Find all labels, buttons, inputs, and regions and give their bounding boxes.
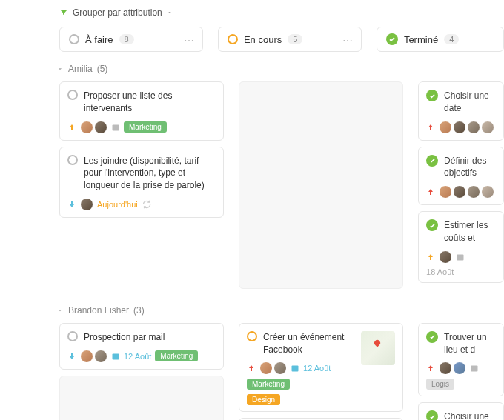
- avatar: [467, 185, 480, 199]
- avatar: [439, 250, 452, 264]
- task-date: 12 Août: [124, 352, 151, 361]
- task-status-icon[interactable]: [247, 331, 257, 341]
- avatar: [439, 121, 452, 134]
- tag-marketing: Marketing: [155, 350, 198, 361]
- task-card[interactable]: Choisir une date: [418, 402, 504, 420]
- column-count: 5: [288, 34, 302, 44]
- avatar: [80, 198, 93, 211]
- swimlane-header-brandon[interactable]: Brandon Fisher (3): [56, 305, 504, 316]
- avatar: [94, 350, 107, 363]
- avatar: [80, 121, 93, 134]
- group-by-dropdown[interactable]: Grouper par attribution: [59, 7, 504, 18]
- avatar: [439, 185, 452, 199]
- map-thumbnail: [361, 331, 395, 365]
- status-circle-icon: [228, 34, 238, 44]
- swimlane-name: Amilia: [68, 64, 93, 74]
- calendar-icon: [291, 364, 299, 373]
- chevron-down-icon: [56, 307, 64, 314]
- swimlane-header-amilia[interactable]: Amilia (5): [56, 64, 504, 74]
- task-card[interactable]: Les joindre (disponibilité, tarif pour l…: [59, 147, 224, 218]
- priority-up-icon: [426, 253, 435, 261]
- column-title: Terminé: [404, 34, 438, 45]
- empty-lane-cell[interactable]: [239, 81, 403, 289]
- status-check-icon: [386, 33, 398, 45]
- task-date: 12 Août: [303, 364, 331, 373]
- task-done-icon[interactable]: [426, 90, 438, 101]
- column-header-todo[interactable]: À faire 8 ⋯: [59, 27, 203, 52]
- avatar: [439, 361, 452, 375]
- priority-down-icon: [67, 352, 76, 361]
- empty-lane-cell[interactable]: [59, 376, 224, 420]
- swimlane-count: (3): [133, 305, 145, 316]
- swimlane-name: Brandon Fisher: [68, 305, 129, 316]
- task-card[interactable]: Proposer une liste des intervenants Mark…: [59, 81, 224, 141]
- priority-up-icon: [247, 364, 256, 373]
- calendar-icon: [470, 364, 479, 373]
- column-header-inprogress[interactable]: En cours 5 ⋯: [218, 27, 362, 52]
- task-title: Proposer une liste des intervenants: [84, 90, 216, 115]
- task-done-icon[interactable]: [426, 219, 438, 231]
- column-title: En cours: [244, 34, 282, 45]
- svg-rect-2: [113, 353, 119, 359]
- task-title: Choisir une date: [444, 410, 496, 420]
- task-card[interactable]: Trouver un lieu et d Logis: [418, 323, 504, 397]
- avatar: [481, 185, 494, 199]
- column-header-done[interactable]: Terminé 4: [377, 27, 504, 52]
- task-status-icon[interactable]: [67, 155, 78, 165]
- chevron-down-icon: [56, 65, 64, 73]
- tag-logistics: Logis: [426, 379, 454, 390]
- task-title: Estimer les coûts et: [444, 219, 496, 244]
- task-title: Créer un événement Facebook: [263, 331, 355, 356]
- task-done-icon[interactable]: [426, 331, 438, 343]
- task-title: Prospection par mail: [84, 331, 216, 344]
- avatar: [481, 121, 494, 134]
- avatar: [453, 185, 466, 199]
- task-title: Définir des objectifs: [444, 155, 496, 180]
- task-title: Les joindre (disponibilité, tarif pour l…: [84, 155, 216, 192]
- chevron-down-icon: [167, 10, 173, 16]
- status-circle-icon: [69, 34, 79, 44]
- group-by-label: Grouper par attribution: [73, 7, 162, 18]
- task-date: 18 Août: [426, 267, 454, 276]
- priority-up-icon: [426, 123, 435, 132]
- task-status-icon[interactable]: [67, 331, 78, 341]
- priority-down-icon: [67, 200, 76, 209]
- column-menu-button[interactable]: ⋯: [342, 35, 354, 47]
- task-done-icon[interactable]: [426, 155, 438, 167]
- column-menu-button[interactable]: ⋯: [184, 35, 195, 47]
- avatar: [273, 361, 287, 375]
- priority-up-icon: [426, 187, 435, 196]
- column-count: 8: [119, 34, 134, 44]
- column-title: À faire: [85, 34, 113, 45]
- avatar: [259, 361, 273, 375]
- avatar: [453, 121, 466, 134]
- filter-icon: [59, 8, 68, 17]
- task-status-icon[interactable]: [67, 90, 78, 100]
- task-card[interactable]: Estimer les coûts et 18 Août: [418, 211, 504, 283]
- svg-rect-5: [471, 366, 478, 372]
- svg-rect-1: [457, 254, 464, 260]
- priority-up-icon: [426, 364, 435, 373]
- task-card[interactable]: Créer un événement Facebook 12 Août Mark…: [239, 323, 403, 413]
- tag-marketing: Marketing: [247, 379, 290, 390]
- svg-rect-0: [113, 124, 119, 130]
- column-count: 4: [444, 34, 459, 44]
- calendar-icon: [111, 352, 120, 361]
- task-done-icon[interactable]: [426, 410, 438, 420]
- task-title: Trouver un lieu et d: [444, 331, 496, 356]
- task-card[interactable]: Prospection par mail 12 Août Marketing: [59, 323, 224, 370]
- swimlane-count: (5): [97, 64, 108, 74]
- avatar: [80, 350, 93, 363]
- task-title: Choisir une date: [444, 90, 496, 115]
- calendar-icon: [456, 253, 465, 261]
- task-date: Aujourd'hui: [97, 200, 138, 209]
- recurring-icon: [142, 199, 152, 210]
- avatar: [94, 121, 107, 134]
- priority-up-icon: [67, 123, 76, 132]
- avatar: [453, 361, 466, 375]
- svg-rect-3: [292, 366, 299, 372]
- calendar-icon: [111, 123, 120, 132]
- tag-design: Design: [247, 394, 280, 405]
- task-card[interactable]: Définir des objectifs: [418, 147, 504, 206]
- task-card[interactable]: Choisir une date: [418, 81, 504, 141]
